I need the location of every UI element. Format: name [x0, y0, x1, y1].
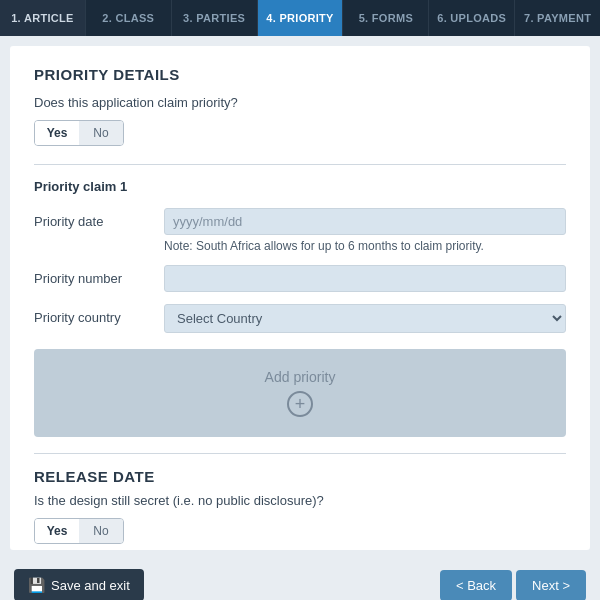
release-toggle-group: Yes No	[34, 518, 124, 544]
next-button[interactable]: Next >	[516, 570, 586, 601]
priority-country-field-wrap: Select Country	[164, 304, 566, 333]
priority-toggle-yes[interactable]: Yes	[35, 121, 79, 145]
release-question: Is the design still secret (i.e. no publ…	[34, 493, 566, 508]
priority-question: Does this application claim priority?	[34, 95, 566, 110]
priority-country-row: Priority country Select Country	[34, 304, 566, 333]
priority-date-label: Priority date	[34, 208, 164, 229]
priority-section-title: PRIORITY DETAILS	[34, 66, 566, 83]
release-toggle-yes[interactable]: Yes	[35, 519, 79, 543]
priority-date-field-wrap: Note: South Africa allows for up to 6 mo…	[164, 208, 566, 253]
back-button[interactable]: < Back	[440, 570, 512, 601]
priority-number-input[interactable]	[164, 265, 566, 292]
release-toggle-no[interactable]: No	[79, 519, 123, 543]
priority-date-input[interactable]	[164, 208, 566, 235]
priority-number-label: Priority number	[34, 265, 164, 286]
save-label: Save and exit	[51, 578, 130, 593]
save-icon: 💾	[28, 577, 45, 593]
tab-priority[interactable]: 4. PRIORITY	[258, 0, 344, 36]
tab-payment[interactable]: 7. PAYMENT	[515, 0, 600, 36]
priority-number-field-wrap	[164, 265, 566, 292]
divider-1	[34, 164, 566, 165]
priority-date-row: Priority date Note: South Africa allows …	[34, 208, 566, 253]
priority-claim-section: Priority claim 1 Priority date Note: Sou…	[34, 179, 566, 333]
release-date-section: RELEASE DATE Is the design still secret …	[34, 468, 566, 544]
navigation-tabs: 1. ARTICLE 2. CLASS 3. PARTIES 4. PRIORI…	[0, 0, 600, 36]
save-and-exit-button[interactable]: 💾 Save and exit	[14, 569, 144, 600]
priority-country-label: Priority country	[34, 304, 164, 325]
footer-navigation: < Back Next >	[440, 570, 586, 601]
claim-title: Priority claim 1	[34, 179, 566, 194]
main-content: PRIORITY DETAILS Does this application c…	[10, 46, 590, 550]
tab-parties[interactable]: 3. PARTIES	[172, 0, 258, 36]
add-priority-button[interactable]: Add priority +	[34, 349, 566, 437]
tab-forms[interactable]: 5. FORMS	[343, 0, 429, 36]
add-priority-icon: +	[287, 391, 313, 417]
priority-country-select[interactable]: Select Country	[164, 304, 566, 333]
footer: 💾 Save and exit < Back Next >	[0, 560, 600, 600]
priority-details-section: PRIORITY DETAILS Does this application c…	[34, 66, 566, 146]
priority-toggle-no[interactable]: No	[79, 121, 123, 145]
tab-uploads[interactable]: 6. UPLOADS	[429, 0, 515, 36]
priority-toggle-group: Yes No	[34, 120, 124, 146]
priority-number-row: Priority number	[34, 265, 566, 292]
tab-class[interactable]: 2. CLASS	[86, 0, 172, 36]
add-priority-label: Add priority	[265, 369, 336, 385]
divider-2	[34, 453, 566, 454]
priority-date-note: Note: South Africa allows for up to 6 mo…	[164, 239, 566, 253]
tab-article[interactable]: 1. ARTICLE	[0, 0, 86, 36]
release-section-title: RELEASE DATE	[34, 468, 566, 485]
